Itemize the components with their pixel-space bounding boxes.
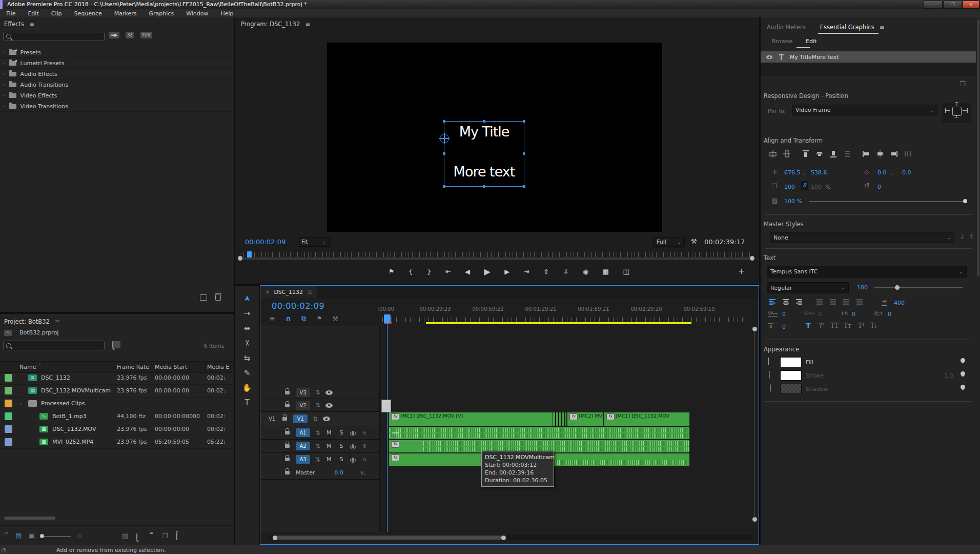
clip-v1-segment2[interactable]: fx [MC2] MVI	[567, 412, 603, 426]
selection-handle[interactable]	[523, 185, 525, 188]
tool-slip[interactable]: ⇆	[239, 352, 255, 364]
zoom-level-dropdown[interactable]: Fit⌄	[298, 237, 330, 247]
selection-handle[interactable]	[443, 185, 445, 188]
superscript-toggle[interactable]: T¹	[858, 322, 865, 329]
align-bottom-icon[interactable]	[829, 150, 838, 158]
column-media-end[interactable]: Media E	[207, 364, 229, 370]
voiceover-record-mic-icon[interactable]	[352, 444, 354, 448]
sync-lock-icon[interactable]: ⇅	[315, 456, 320, 463]
maximize-button[interactable]: ❐	[943, 1, 962, 9]
align-center-horizontally-icon[interactable]	[769, 150, 777, 158]
stroke-checkbox[interactable]	[769, 371, 770, 379]
shadow-eyedropper-icon[interactable]	[959, 384, 966, 390]
timeline-playhead[interactable]	[384, 314, 391, 323]
tool-selection[interactable]: ➤	[239, 293, 255, 304]
effects-folder-row[interactable]: › Audio Effects	[0, 69, 234, 80]
menu-item[interactable]: Window	[180, 10, 214, 17]
effects-filter-badge[interactable]: ≡▶	[109, 32, 119, 38]
selection-handle[interactable]	[483, 185, 485, 188]
track-header-v2[interactable]: V2 ⇅	[260, 399, 379, 412]
item-name[interactable]: MVI_0252.MP4	[52, 439, 93, 445]
expand-chevron-icon[interactable]: ›	[3, 93, 5, 98]
effects-folder-row[interactable]: › Video Transitions	[0, 101, 234, 112]
subtab-browse[interactable]: Browse	[772, 38, 792, 45]
tab-audio-meters[interactable]: Audio Meters	[767, 24, 806, 31]
clip-v1-multicam-cuts[interactable]	[553, 412, 566, 426]
playback-resolution-dropdown[interactable]: Full⌄	[653, 237, 685, 247]
item-name[interactable]: BotB_1.mp3	[52, 413, 87, 420]
stroke-color-swatch[interactable]	[780, 370, 802, 381]
timeline-timecode[interactable]: 00:00:02:09	[272, 301, 324, 311]
menu-item[interactable]: Help	[215, 10, 240, 17]
freeform-view-icon[interactable]: ▥	[122, 532, 128, 540]
subscript-toggle[interactable]: T₁	[870, 322, 877, 329]
expand-chevron-icon[interactable]: ›	[3, 50, 5, 55]
linked-selection-icon[interactable]: ⧉	[301, 314, 306, 323]
clip-v1-segment3[interactable]: fx [MC1] DSC_1132.MOV	[604, 412, 690, 426]
track-lock-icon[interactable]	[285, 458, 290, 461]
program-playhead[interactable]	[247, 251, 252, 258]
project-horizontal-scrollbar[interactable]	[4, 517, 55, 520]
item-name[interactable]: DSC_1132.MOV	[52, 426, 96, 432]
mute-button[interactable]: M	[326, 429, 332, 436]
column-frame-rate[interactable]: Frame Rate	[117, 364, 149, 370]
effects-folder-row[interactable]: › Lumetri Presets	[0, 58, 234, 69]
track-header-v1[interactable]: V1 V1 ⇅	[260, 412, 379, 426]
mark-out-icon[interactable]: }	[427, 268, 431, 275]
timeline-ruler[interactable]: :00:0000:00:29:2300:00:59:2200:01:29:210…	[382, 305, 752, 326]
insert-overwrite-sequence-icon[interactable]: ≣	[270, 315, 275, 323]
expand-chevron-icon[interactable]: ›	[3, 61, 5, 66]
master-styles-dropdown[interactable]: None⌄	[770, 232, 954, 243]
tab-essential-graphics[interactable]: Essential Graphics	[820, 24, 874, 31]
menu-item[interactable]: Markers	[108, 10, 143, 17]
tool-razor[interactable]: ✂	[239, 338, 255, 349]
zoom-slider[interactable]	[41, 536, 71, 537]
effects-folder-row[interactable]: › Video Effects	[0, 90, 234, 101]
mark-in-icon[interactable]: {	[409, 268, 413, 275]
selection-handle[interactable]	[483, 120, 485, 123]
effects-filter-badge[interactable]: 32	[126, 32, 134, 38]
subtab-edit[interactable]: Edit	[806, 38, 816, 45]
solo-button[interactable]: S	[340, 456, 343, 463]
title-text-line2[interactable]: More text	[444, 164, 524, 180]
label-color-swatch[interactable]	[5, 387, 12, 394]
add-marker-icon[interactable]: ⚑	[389, 268, 395, 275]
pin-to-dropdown[interactable]: Video Frame⌄	[792, 105, 937, 115]
delete-effect-icon[interactable]	[215, 295, 221, 301]
push-style-down-icon[interactable]: ↓	[959, 233, 965, 241]
shadow-checkbox[interactable]	[770, 384, 771, 392]
step-forward-icon[interactable]: ▶	[504, 268, 509, 275]
go-to-out-icon[interactable]: ⇥	[524, 268, 529, 275]
label-color-swatch[interactable]	[5, 374, 12, 382]
solo-button[interactable]: S	[340, 429, 343, 436]
sync-lock-icon[interactable]: ⇅	[315, 443, 320, 450]
align-right-icon[interactable]	[890, 150, 898, 158]
icon-view-icon[interactable]: ▣	[29, 532, 35, 540]
track-lock-icon[interactable]	[282, 417, 287, 421]
lift-icon[interactable]: ⇧	[543, 268, 549, 275]
project-table-row[interactable]: ▦ MVI_0252.MP4 23.976 fps 05:20:59:05 05…	[0, 436, 234, 449]
anchor-x-value[interactable]: 0.0	[877, 169, 887, 176]
comparison-view-icon[interactable]: ◫	[623, 268, 629, 275]
selection-handle[interactable]	[443, 152, 445, 155]
menu-item[interactable]: Sequence	[68, 10, 108, 17]
font-size-slider[interactable]	[874, 287, 963, 288]
sync-lock-icon[interactable]: ⇅	[315, 402, 320, 409]
menu-item[interactable]: Graphics	[143, 10, 180, 17]
column-name[interactable]: Name	[19, 364, 36, 370]
minimize-button[interactable]: –	[924, 1, 943, 9]
rotation-value[interactable]: 0	[877, 184, 881, 190]
justify-last-center-icon[interactable]	[829, 299, 836, 306]
solo-button[interactable]: S	[340, 443, 343, 449]
new-custom-bin-icon[interactable]	[200, 294, 207, 301]
list-view-icon[interactable]: ▤	[15, 532, 22, 540]
title-text-line1[interactable]: My Title	[444, 124, 524, 140]
menu-item[interactable]: Clip	[45, 10, 68, 17]
graphic-clip-v2[interactable]	[381, 400, 391, 412]
track-lock-icon[interactable]	[285, 431, 290, 434]
source-patch-v1[interactable]: V1	[269, 416, 275, 422]
font-size-value[interactable]: 100	[857, 284, 868, 291]
menu-item[interactable]: File	[0, 10, 22, 17]
clip-a1[interactable]: fx	[389, 427, 690, 439]
project-table-row[interactable]: ▤ DSC_1132.MOVMulticam 23.976 fps 00:00:…	[0, 385, 234, 398]
